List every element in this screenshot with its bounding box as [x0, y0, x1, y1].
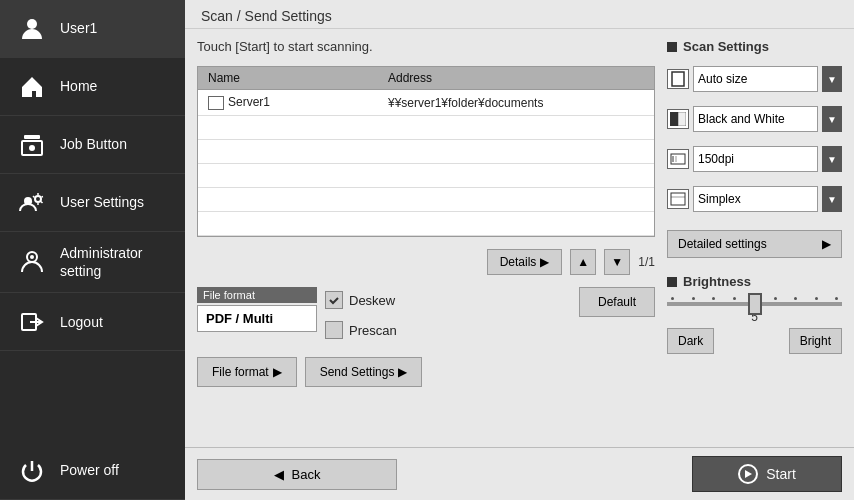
dpi-icon: [667, 149, 689, 169]
next-page-button[interactable]: ▼: [604, 249, 630, 275]
empty-row-3: [198, 164, 654, 188]
sidebar-item-admin[interactable]: Administrator setting: [0, 232, 185, 293]
dot-9: [835, 297, 838, 300]
dot-3: [712, 297, 715, 300]
duplex-arrow[interactable]: ▼: [822, 186, 842, 212]
slider-thumb[interactable]: [748, 293, 762, 315]
dot-8: [815, 297, 818, 300]
back-button[interactable]: ◀ Back: [197, 459, 397, 490]
sidebar-power-label: Power off: [60, 461, 119, 479]
row-address-cell: ¥¥server1¥folder¥documents: [378, 93, 654, 113]
slider-track[interactable]: [667, 302, 842, 306]
file-format-button[interactable]: File format ▶: [197, 357, 297, 387]
sidebar-home-label: Home: [60, 77, 97, 95]
dot-2: [692, 297, 695, 300]
page-title: Scan / Send Settings: [201, 8, 332, 24]
detailed-settings-button[interactable]: Detailed settings ▶: [667, 230, 842, 258]
col-name-header: Name: [198, 67, 378, 89]
sidebar-item-home[interactable]: Home: [0, 58, 185, 116]
brightness-title: Brightness: [667, 274, 842, 289]
dot-1: [671, 297, 674, 300]
home-icon: [16, 71, 48, 103]
empty-row-1: [198, 116, 654, 140]
svg-rect-1: [24, 135, 40, 139]
job-icon: [16, 129, 48, 161]
sidebar-item-logout[interactable]: Logout: [0, 293, 185, 351]
start-icon: [738, 464, 758, 484]
prev-page-button[interactable]: ▲: [570, 249, 596, 275]
svg-point-5: [35, 196, 41, 202]
dpi-select[interactable]: 150dpi: [693, 146, 818, 172]
prescan-checkbox[interactable]: [325, 321, 343, 339]
detailed-arrow-icon: ▶: [822, 237, 831, 251]
svg-point-0: [27, 19, 37, 29]
duplex-select[interactable]: Simplex: [693, 186, 818, 212]
svg-point-7: [30, 255, 34, 259]
scan-settings-icon: [667, 42, 677, 52]
color-select[interactable]: Black and White: [693, 106, 818, 132]
auto-size-row: Auto size ▼: [667, 66, 842, 92]
bottom-bar: ◀ Back Start: [185, 447, 854, 500]
empty-row-5: [198, 212, 654, 236]
deskew-checkbox[interactable]: [325, 291, 343, 309]
start-button[interactable]: Start: [692, 456, 842, 492]
button-row: File format ▶ Send Settings ▶: [197, 357, 655, 387]
details-arrow-icon: ▶: [540, 255, 549, 269]
bw-icon: [667, 109, 689, 129]
empty-row-4: [198, 188, 654, 212]
person-icon: [16, 13, 48, 45]
table-row[interactable]: Server1 ¥¥server1¥folder¥documents: [198, 90, 654, 116]
bright-labels: Dark Bright: [667, 328, 842, 354]
right-bottom-group: Default: [579, 287, 655, 317]
dpi-arrow[interactable]: ▼: [822, 146, 842, 172]
send-settings-arrow-icon: ▶: [398, 365, 407, 379]
sidebar-user-settings-label: User Settings: [60, 193, 144, 211]
color-arrow[interactable]: ▼: [822, 106, 842, 132]
page-indicator: 1/1: [638, 255, 655, 269]
dot-4: [733, 297, 736, 300]
deskew-label: Deskew: [349, 293, 395, 308]
deskew-row: Deskew: [325, 287, 571, 313]
default-button[interactable]: Default: [579, 287, 655, 317]
dark-button[interactable]: Dark: [667, 328, 714, 354]
admin-icon: [16, 246, 48, 278]
sidebar-admin-label: Administrator setting: [60, 244, 169, 280]
svg-rect-9: [672, 72, 684, 86]
svg-rect-11: [678, 112, 686, 126]
sidebar-item-user[interactable]: User1: [0, 0, 185, 58]
auto-size-select[interactable]: Auto size: [693, 66, 818, 92]
brightness-section: Brightness: [667, 274, 842, 354]
sidebar-user-label: User1: [60, 19, 97, 37]
file-format-arrow-icon: ▶: [273, 365, 282, 379]
dot-6: [774, 297, 777, 300]
file-format-value: PDF / Multi: [197, 305, 317, 332]
svg-rect-15: [671, 193, 685, 205]
table-nav: Details ▶ ▲ ▼ 1/1: [197, 249, 655, 275]
svg-point-3: [29, 145, 35, 151]
send-settings-button[interactable]: Send Settings ▶: [305, 357, 423, 387]
row-name-cell: Server1: [198, 92, 378, 113]
page-size-icon: [667, 69, 689, 89]
prescan-row: Prescan: [325, 317, 571, 343]
logout-icon: [16, 306, 48, 338]
dot-7: [794, 297, 797, 300]
svg-marker-17: [745, 470, 752, 478]
sidebar-item-user-settings[interactable]: User Settings: [0, 174, 185, 232]
prescan-label: Prescan: [349, 323, 397, 338]
file-format-title: File format: [197, 287, 317, 303]
auto-size-arrow[interactable]: ▼: [822, 66, 842, 92]
col-address-header: Address: [378, 67, 654, 89]
instruction-text: Touch [Start] to start scanning.: [197, 39, 655, 54]
bottom-controls: File format PDF / Multi Deskew Prescan: [197, 287, 655, 343]
duplex-icon: [667, 189, 689, 209]
details-button[interactable]: Details ▶: [487, 249, 563, 275]
sidebar-logout-label: Logout: [60, 313, 103, 331]
sidebar-item-power-off[interactable]: Power off: [0, 442, 185, 500]
folder-icon: [208, 96, 224, 110]
dpi-row: 150dpi ▼: [667, 146, 842, 172]
sidebar-item-job-button[interactable]: Job Button: [0, 116, 185, 174]
bright-button[interactable]: Bright: [789, 328, 842, 354]
power-icon: [16, 455, 48, 487]
brightness-slider-container: [667, 297, 842, 306]
brightness-icon: [667, 277, 677, 287]
